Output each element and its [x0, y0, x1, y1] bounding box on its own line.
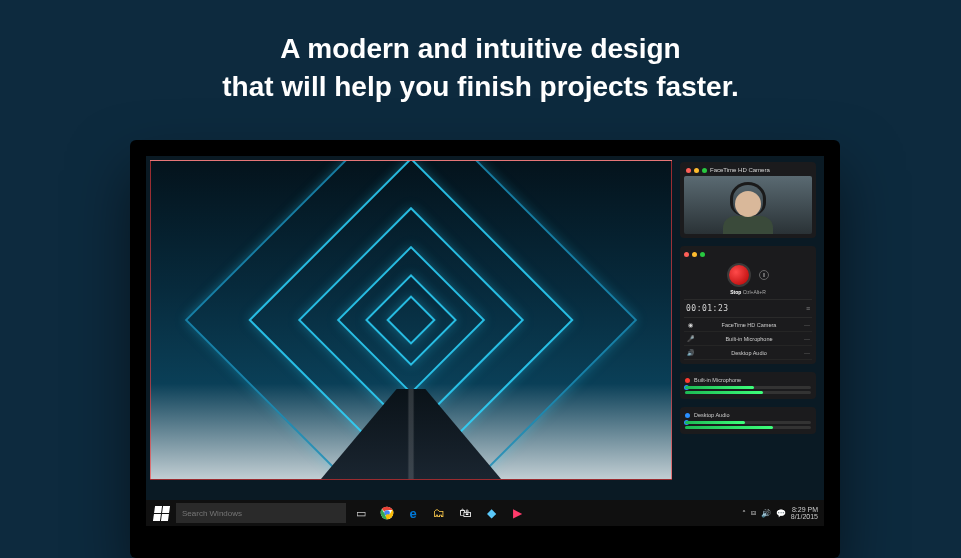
- source-item[interactable]: 🎤 Built-in Microphone ⋯: [684, 332, 812, 346]
- audio-level-bar[interactable]: [685, 421, 811, 424]
- taskbar: ▭ e 🗂 🛍 ◆ ▶ ˄ ⧈ 🔊 💬 8:29 PM 8/1/2015: [146, 500, 824, 526]
- tray-chevron-icon[interactable]: ˄: [742, 509, 746, 518]
- audio-meter-panel: Built-in Microphone: [680, 372, 816, 399]
- close-icon[interactable]: [684, 252, 689, 257]
- more-icon[interactable]: ⋯: [804, 335, 810, 342]
- speaker-icon: 🔊: [686, 349, 694, 356]
- more-icon[interactable]: ⋯: [804, 321, 810, 328]
- search-input[interactable]: [176, 503, 346, 523]
- record-stop-button[interactable]: [727, 263, 751, 287]
- maximize-icon[interactable]: [700, 252, 705, 257]
- more-icon[interactable]: ⋯: [804, 349, 810, 356]
- recorder-panel: Ⅱ Stop Ctrl+Alt+R 00:01:23 ≡ ◉ FaceTime …: [680, 246, 816, 364]
- system-tray[interactable]: ˄ ⧈ 🔊 💬 8:29 PM 8/1/2015: [742, 506, 820, 520]
- stop-label: Stop Ctrl+Alt+R: [684, 289, 812, 295]
- webcam-preview[interactable]: [684, 176, 812, 234]
- taskbar-clock[interactable]: 8:29 PM 8/1/2015: [791, 506, 820, 520]
- monitor-frame: FaceTime HD Camera Ⅱ: [130, 140, 840, 558]
- audio-meter-panel: Desktop Audio: [680, 407, 816, 434]
- window-controls[interactable]: [686, 168, 707, 173]
- record-timer: 00:01:23: [686, 304, 729, 313]
- audio-level-bar[interactable]: [685, 386, 811, 389]
- menu-icon[interactable]: ≡: [806, 305, 810, 312]
- capture-region[interactable]: [150, 160, 672, 480]
- hero-line-2: that will help you finish projects faste…: [0, 68, 961, 106]
- meter-label: Built-in Microphone: [694, 377, 741, 383]
- source-item[interactable]: ◉ FaceTime HD Camera ⋯: [684, 318, 812, 332]
- start-button[interactable]: [150, 502, 172, 524]
- file-explorer-icon[interactable]: 🗂: [428, 502, 450, 524]
- audio-level-bar: [685, 391, 811, 394]
- minimize-icon[interactable]: [694, 168, 699, 173]
- app-icon[interactable]: ◆: [480, 502, 502, 524]
- hero-line-1: A modern and intuitive design: [0, 30, 961, 68]
- status-dot-icon: [685, 413, 690, 418]
- minimize-icon[interactable]: [692, 252, 697, 257]
- store-icon[interactable]: 🛍: [454, 502, 476, 524]
- windows-logo-icon: [152, 506, 169, 521]
- recorder-app-icon[interactable]: ▶: [506, 502, 528, 524]
- meter-label: Desktop Audio: [694, 412, 729, 418]
- task-view-icon[interactable]: ▭: [350, 502, 372, 524]
- source-item[interactable]: 🔊 Desktop Audio ⋯: [684, 346, 812, 360]
- hero-heading: A modern and intuitive design that will …: [0, 0, 961, 106]
- close-icon[interactable]: [686, 168, 691, 173]
- maximize-icon[interactable]: [702, 168, 707, 173]
- recorder-panel-column: FaceTime HD Camera Ⅱ: [680, 162, 816, 434]
- edge-icon[interactable]: e: [402, 502, 424, 524]
- desktop-screen: FaceTime HD Camera Ⅱ: [146, 156, 824, 526]
- audio-level-bar: [685, 426, 811, 429]
- source-list: ◉ FaceTime HD Camera ⋯ 🎤 Built-in Microp…: [684, 317, 812, 360]
- network-icon[interactable]: ⧈: [751, 508, 756, 518]
- status-dot-icon: [685, 378, 690, 383]
- pause-button[interactable]: Ⅱ: [759, 270, 769, 280]
- camera-icon: ◉: [686, 321, 694, 328]
- volume-icon[interactable]: 🔊: [761, 509, 771, 518]
- notifications-icon[interactable]: 💬: [776, 509, 786, 518]
- microphone-icon: 🎤: [686, 335, 694, 342]
- chrome-icon[interactable]: [376, 502, 398, 524]
- webcam-panel: FaceTime HD Camera: [680, 162, 816, 238]
- webcam-title: FaceTime HD Camera: [710, 167, 770, 173]
